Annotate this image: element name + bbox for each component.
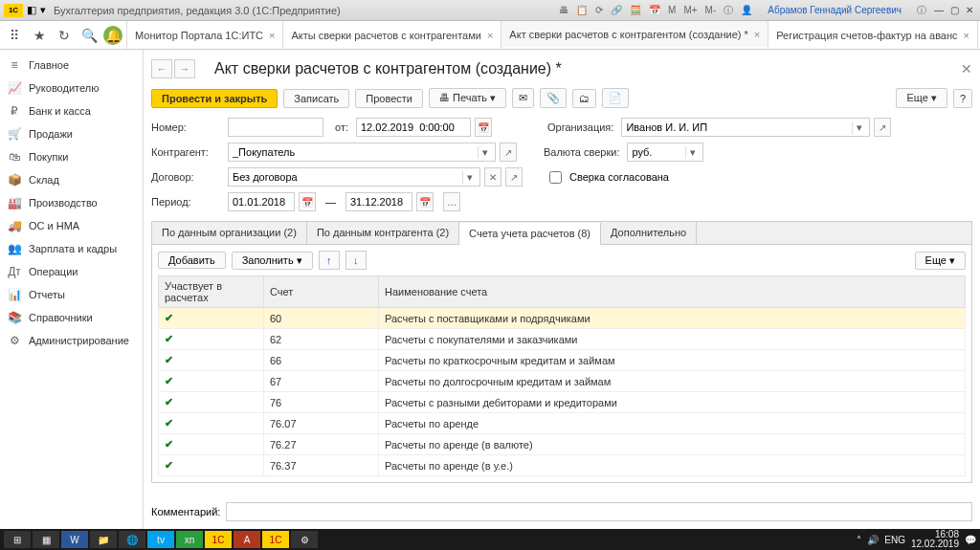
table-row[interactable]: ✔60Расчеты с поставщиками и подрядчиками: [159, 308, 966, 329]
move-up-button[interactable]: ↑: [319, 251, 340, 270]
table-row[interactable]: ✔76.37Расчеты по аренде (в у.е.): [159, 455, 966, 476]
table-row[interactable]: ✔76.07Расчеты по аренде: [159, 413, 966, 434]
open-tab[interactable]: Регистрация счетов-фактур на аванс×: [768, 21, 978, 49]
task-item[interactable]: ⚙: [291, 531, 318, 548]
task-item[interactable]: A: [234, 531, 260, 548]
period-from-cal-button[interactable]: 📅: [299, 192, 316, 211]
row-checkbox[interactable]: ✔: [165, 375, 173, 386]
calendar-button[interactable]: 📅: [475, 118, 492, 137]
open-tab[interactable]: Акты сверки расчетов с контрагентами×: [283, 21, 501, 49]
close-page-icon[interactable]: ✕: [961, 61, 972, 77]
row-checkbox[interactable]: ✔: [165, 396, 173, 407]
tab-close-icon[interactable]: ×: [269, 30, 275, 41]
dropdown-icon[interactable]: ▾: [40, 4, 46, 16]
panel-tab[interactable]: По данным организации (2): [152, 222, 307, 244]
favorite-icon[interactable]: ★: [29, 25, 50, 46]
contract-clear-button[interactable]: ✕: [484, 167, 501, 187]
nav-back-icon[interactable]: ◧: [27, 4, 36, 16]
task-item[interactable]: W: [61, 531, 88, 548]
search-icon[interactable]: 🔍: [78, 25, 100, 46]
column-header[interactable]: Наименование счета: [379, 276, 966, 308]
add-button[interactable]: Добавить: [158, 252, 226, 269]
comment-input[interactable]: [226, 502, 972, 521]
clipboard-icon[interactable]: 📋: [574, 5, 590, 15]
contragent-open-button[interactable]: ↗: [500, 143, 517, 162]
minimize-icon[interactable]: —: [932, 5, 946, 15]
date-input[interactable]: [356, 118, 471, 137]
related-icon[interactable]: 🗂: [572, 89, 596, 108]
username-label[interactable]: Абрамов Геннадий Сергеевич: [766, 5, 903, 15]
open-tab[interactable]: Монитор Портала 1С:ИТС×: [127, 21, 283, 49]
sidebar-item[interactable]: 📈Руководителю: [0, 77, 143, 99]
panel-tab[interactable]: Дополнительно: [601, 222, 697, 244]
m-minus-label[interactable]: M-: [703, 5, 719, 15]
m-label[interactable]: M: [666, 5, 678, 15]
contract-open-button[interactable]: ↗: [505, 167, 523, 187]
calc-icon[interactable]: 🧮: [628, 5, 643, 15]
row-checkbox[interactable]: ✔: [165, 438, 173, 450]
back-button[interactable]: ←: [151, 59, 172, 78]
write-button[interactable]: Записать: [283, 89, 349, 108]
org-open-button[interactable]: ↗: [874, 118, 891, 137]
sidebar-item[interactable]: ДтОперации: [0, 260, 143, 283]
table-row[interactable]: ✔67Расчеты по долгосрочным кредитам и за…: [159, 371, 966, 392]
structure-icon[interactable]: 📄: [602, 88, 629, 108]
table-row[interactable]: ✔76Расчеты с разными дебиторами и кредит…: [159, 392, 966, 413]
tray-notif-icon[interactable]: 💬: [965, 535, 976, 545]
row-checkbox[interactable]: ✔: [165, 312, 173, 323]
tab-close-icon[interactable]: ×: [964, 30, 969, 41]
row-checkbox[interactable]: ✔: [165, 459, 173, 471]
print-button[interactable]: 🖶 Печать ▾: [429, 88, 506, 108]
sidebar-item[interactable]: 📦Склад: [0, 168, 143, 191]
tab-close-icon[interactable]: ×: [754, 29, 760, 40]
post-button[interactable]: Провести: [355, 89, 423, 108]
task-item[interactable]: tv: [147, 531, 174, 548]
post-and-close-button[interactable]: Провести и закрыть: [151, 89, 278, 108]
tray-volume-icon[interactable]: 🔊: [867, 535, 879, 545]
task-item[interactable]: 🌐: [119, 531, 145, 548]
column-header[interactable]: Участвует в расчетах: [159, 276, 264, 308]
more-button[interactable]: Еще ▾: [896, 88, 947, 108]
notifications-icon[interactable]: 🔔: [103, 26, 122, 45]
panel-tab[interactable]: По данным контрагента (2): [307, 222, 459, 244]
open-tab[interactable]: Акт сверки расчетов с контрагентом (созд…: [501, 21, 768, 49]
row-checkbox[interactable]: ✔: [165, 333, 173, 344]
print-icon[interactable]: 🖶: [557, 5, 570, 15]
sidebar-item[interactable]: ₽Банк и касса: [0, 99, 143, 122]
info2-icon[interactable]: ⓘ: [915, 4, 928, 17]
sidebar-item[interactable]: 🛍Покупки: [0, 145, 143, 168]
sidebar-item[interactable]: 🛒Продажи: [0, 122, 143, 145]
task-item[interactable]: 1C: [205, 531, 232, 548]
start-button[interactable]: ⊞: [4, 531, 31, 548]
row-checkbox[interactable]: ✔: [165, 417, 173, 429]
tray-date[interactable]: 12.02.2019: [911, 539, 959, 549]
org-select[interactable]: Иванов И. И. ИП▾: [621, 118, 870, 137]
reconciled-checkbox[interactable]: [549, 171, 562, 184]
sidebar-item[interactable]: ⚙Администрирование: [0, 329, 143, 352]
contract-select[interactable]: Без договора▾: [228, 167, 480, 187]
period-select-button[interactable]: …: [443, 192, 460, 211]
sidebar-item[interactable]: 🏭Производство: [0, 191, 143, 214]
sidebar-item[interactable]: 🚚ОС и НМА: [0, 214, 143, 237]
tray-chevron-icon[interactable]: ˄: [857, 535, 861, 545]
table-row[interactable]: ✔76.27Расчеты по аренде (в валюте): [159, 434, 966, 455]
attach-icon[interactable]: 📎: [540, 88, 567, 108]
row-checkbox[interactable]: ✔: [165, 354, 173, 365]
period-from-input[interactable]: [228, 192, 295, 211]
column-header[interactable]: Счет: [264, 276, 379, 308]
table-row[interactable]: ✔66Расчеты по краткосрочным кредитам и з…: [159, 350, 966, 371]
panel-tab[interactable]: Счета учета расчетов (8): [459, 223, 601, 245]
calendar-icon[interactable]: 📅: [647, 5, 662, 15]
sidebar-item[interactable]: ≡Главное: [0, 54, 143, 77]
move-down-button[interactable]: ↓: [345, 251, 367, 270]
info-icon[interactable]: ⓘ: [722, 4, 735, 17]
apps-grid-icon[interactable]: ⠿: [4, 25, 25, 46]
forward-button[interactable]: →: [174, 59, 195, 78]
m-plus-label[interactable]: M+: [681, 5, 699, 15]
link-icon[interactable]: 🔗: [609, 5, 624, 15]
currency-select[interactable]: руб.▾: [627, 143, 703, 162]
task-item[interactable]: 📁: [90, 531, 117, 548]
fill-button[interactable]: Заполнить ▾: [232, 252, 313, 270]
period-to-input[interactable]: [345, 192, 412, 211]
tab-close-icon[interactable]: ×: [487, 30, 493, 41]
